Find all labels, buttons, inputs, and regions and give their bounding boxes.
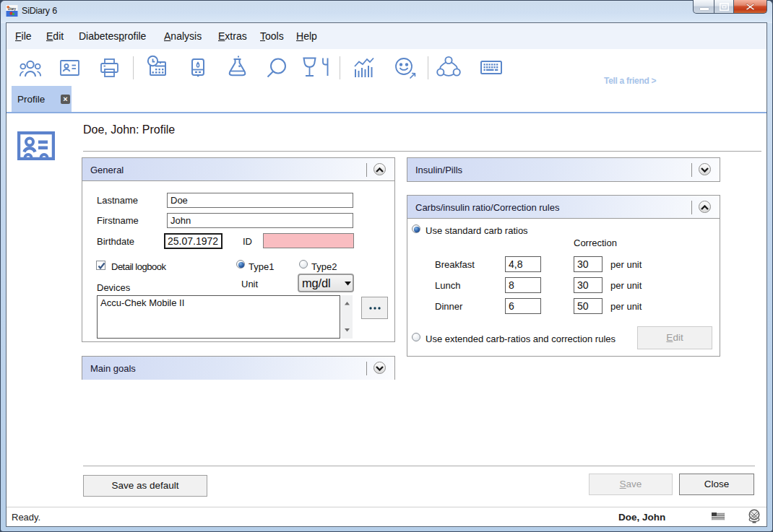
svg-text:Diary: Diary (8, 7, 17, 11)
